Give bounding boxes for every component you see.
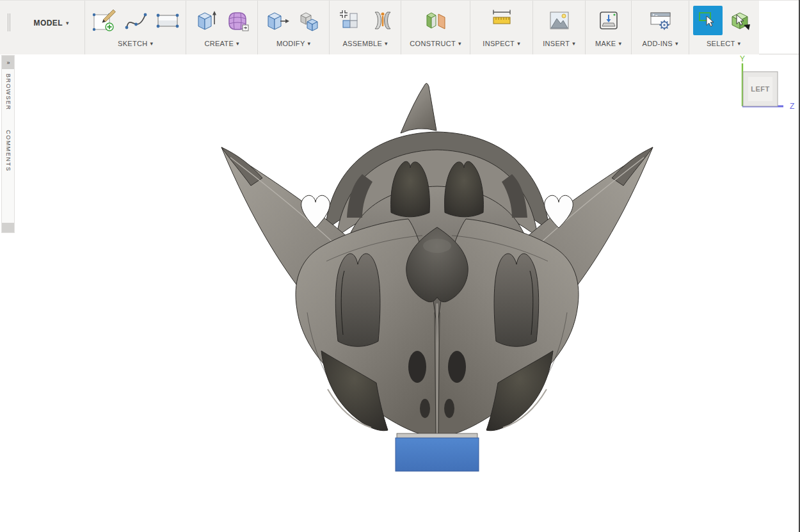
expand-browser-button[interactable]: » (2, 56, 14, 69)
construct-menu[interactable]: CONSTRUCT ▾ (410, 37, 461, 50)
model-right-half (437, 147, 653, 438)
create-sketch-button[interactable] (89, 6, 118, 35)
chevron-down-icon: ▾ (66, 20, 69, 26)
rectangle-button[interactable] (153, 6, 182, 35)
toolbar-group-inspect: INSPECT ▾ (470, 1, 532, 54)
model-top-fin[interactable] (401, 83, 436, 133)
chevron-down-icon: ▾ (618, 41, 621, 47)
model-left-half (221, 147, 437, 438)
toolbar: MODEL ▾ (0, 0, 800, 54)
form-icon (225, 8, 251, 33)
tab-comments[interactable]: COMMENTS (5, 130, 12, 172)
form-button[interactable] (223, 6, 253, 35)
inspect-menu[interactable]: INSPECT ▾ (483, 37, 520, 50)
scripts-addins-button[interactable] (646, 6, 675, 35)
insert-menu[interactable]: INSERT ▾ (543, 37, 575, 50)
measure-button[interactable] (487, 6, 516, 35)
toolbar-ribbon: MODEL ▾ (0, 1, 759, 54)
3d-print-button[interactable] (594, 6, 623, 35)
lower-hole-right (448, 351, 466, 383)
addins-menu[interactable]: ADD-INS ▾ (643, 37, 678, 50)
rectangle-icon (155, 8, 180, 33)
viewcube[interactable]: Y Z LEFT (730, 55, 800, 119)
joint-button[interactable] (367, 6, 396, 35)
toolbar-group-addins: ADD-INS ▾ (631, 1, 689, 54)
spline-icon (123, 8, 148, 33)
chevron-down-icon: ▾ (517, 41, 520, 47)
combine-button[interactable] (295, 6, 324, 35)
select-window-icon (695, 8, 721, 33)
model-viewport[interactable] (211, 69, 666, 485)
toolbar-group-construct: CONSTRUCT ▾ (401, 1, 470, 54)
select-window-button[interactable] (693, 6, 723, 35)
chevron-down-icon: ▾ (236, 41, 239, 47)
create-menu[interactable]: CREATE ▾ (204, 37, 239, 50)
small-hole-left (420, 399, 430, 418)
construction-plane-button[interactable] (421, 6, 451, 35)
press-pull-button[interactable] (263, 6, 292, 35)
spline-button[interactable] (121, 6, 150, 35)
tab-browser[interactable]: BROWSER (5, 74, 12, 111)
chevron-down-icon: ▾ (308, 41, 311, 47)
lower-hole-left (408, 351, 426, 383)
joint-icon (369, 8, 394, 33)
sketch-menu[interactable]: SKETCH ▾ (118, 37, 153, 50)
chevron-down-icon: ▾ (675, 41, 678, 47)
select-solid-button[interactable] (725, 6, 755, 35)
attached-canvas-button[interactable] (545, 6, 574, 35)
heart-highlight (423, 239, 451, 253)
side-strip-bottom-cap (2, 223, 14, 232)
image-icon (547, 8, 572, 33)
toolbar-group-create: CREATE ▾ (186, 1, 257, 54)
model-base-selected[interactable] (396, 438, 479, 471)
toolbar-group-select: SELECT ▾ (689, 1, 758, 54)
z-axis-label: Z (790, 102, 794, 111)
select-menu[interactable]: SELECT ▾ (707, 37, 740, 50)
combine-icon (297, 8, 323, 33)
select-solid-icon (727, 8, 753, 33)
workspace-switcher[interactable]: MODEL ▾ (18, 1, 84, 54)
make-menu[interactable]: MAKE ▾ (595, 37, 621, 50)
assemble-menu[interactable]: ASSEMBLE ▾ (342, 37, 387, 50)
construction-plane-icon (423, 8, 449, 33)
measure-icon (489, 8, 515, 33)
chevron-down-icon: ▾ (150, 41, 153, 47)
workspace-label: MODEL (34, 19, 63, 28)
extrude-button[interactable] (191, 6, 221, 35)
chevron-down-icon: ▾ (458, 41, 461, 47)
chevron-down-icon: ▾ (572, 41, 575, 47)
chevron-down-icon: ▾ (385, 41, 388, 47)
y-axis-label: Y (740, 55, 745, 63)
application-window: MODEL ▾ (0, 0, 800, 532)
viewcube-face-label: LEFT (751, 85, 770, 93)
expand-arrows-icon: » (6, 60, 9, 66)
create-sketch-icon (91, 8, 116, 33)
toolbar-group-make: MAKE ▾ (585, 1, 631, 54)
toolbar-group-insert: INSERT ▾ (532, 1, 585, 54)
toolbar-grip-handle[interactable] (0, 1, 18, 54)
side-panel-tabs: » BROWSER COMMENTS (1, 55, 15, 233)
3d-printer-icon (596, 8, 621, 33)
small-hole-right (444, 399, 454, 418)
toolbar-group-sketch: SKETCH ▾ (84, 1, 186, 54)
new-component-button[interactable] (335, 6, 364, 35)
scripts-addins-icon (648, 8, 673, 33)
chevron-down-icon: ▾ (738, 41, 741, 47)
extrude-icon (193, 8, 219, 33)
press-pull-icon (265, 8, 291, 33)
toolbar-group-modify: MODIFY ▾ (257, 1, 329, 54)
modify-menu[interactable]: MODIFY ▾ (276, 37, 310, 50)
toolbar-group-assemble: ASSEMBLE ▾ (329, 1, 401, 54)
new-component-icon (337, 8, 362, 33)
